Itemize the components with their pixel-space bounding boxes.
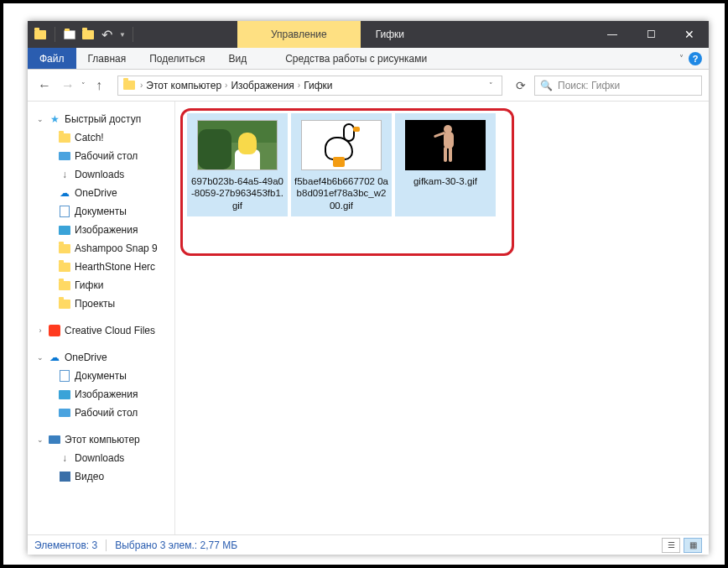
file-name: f5baef4b6b667702 0ab8d091ef78a3bc_w200.g…: [291, 174, 392, 216]
sidebar-item-od-pictures[interactable]: Изображения: [28, 385, 174, 404]
maximize-button[interactable]: ☐: [632, 21, 670, 48]
help-icon[interactable]: ?: [689, 52, 702, 65]
sidebar-item-desktop[interactable]: Рабочий стол: [28, 147, 174, 165]
video-icon: [58, 470, 71, 483]
sidebar-creative-cloud[interactable]: ›Creative Cloud Files: [28, 321, 174, 340]
minimize-button[interactable]: —: [593, 21, 632, 48]
sidebar-item-projects[interactable]: Проекты: [28, 294, 174, 313]
file-item[interactable]: gifkam-30-3.gif: [395, 113, 496, 216]
sidebar-item-ashampoo[interactable]: Ashampoo Snap 9: [28, 239, 174, 258]
sidebar-item-od-documents[interactable]: Документы: [28, 367, 174, 385]
tab-view[interactable]: Вид: [216, 48, 258, 69]
sidebar-item-hearthstone[interactable]: HearthStone Herc: [28, 258, 174, 276]
refresh-button[interactable]: ⟳: [511, 76, 531, 96]
folder-icon: [58, 279, 71, 292]
status-item-count: Элементов: 3: [34, 539, 97, 551]
breadcrumb[interactable]: › Этот компьютер › Изображения › Гифки ˅: [117, 76, 502, 96]
search-input[interactable]: 🔍 Поиск: Гифки: [534, 76, 702, 96]
history-dropdown-icon[interactable]: ˅: [81, 81, 86, 90]
navigation-bar: ← → ˅ ↑ › Этот компьютер › Изображения ›…: [28, 70, 709, 102]
chevron-right-icon[interactable]: ›: [294, 81, 304, 90]
titlebar: ↶ ▼ Управление Гифки — ☐ ✕: [28, 21, 709, 48]
file-name: gifkam-30-3.gif: [410, 174, 481, 192]
sidebar-item-gifki[interactable]: Гифки: [28, 276, 174, 294]
file-item[interactable]: f5baef4b6b667702 0ab8d091ef78a3bc_w200.g…: [291, 113, 392, 216]
explorer-window: ↶ ▼ Управление Гифки — ☐ ✕ Файл Главная …: [28, 21, 709, 555]
onedrive-icon: ☁: [48, 351, 61, 364]
sidebar-item-onedrive[interactable]: ☁OneDrive: [28, 184, 174, 202]
separator: [133, 27, 133, 42]
sidebar-item-pc-downloads[interactable]: ↓Downloads: [28, 449, 174, 467]
view-details-button[interactable]: ☰: [662, 538, 680, 553]
sidebar-onedrive[interactable]: ⌄☁OneDrive: [28, 348, 174, 367]
ribbon: Файл Главная Поделиться Вид Средства раб…: [28, 48, 709, 70]
chevron-right-icon[interactable]: ›: [221, 81, 231, 90]
sidebar-item-pc-video[interactable]: Видео: [28, 467, 174, 486]
new-folder-icon[interactable]: [81, 27, 96, 42]
back-button[interactable]: ←: [34, 76, 55, 96]
documents-icon: [58, 205, 71, 218]
thumbnail: [403, 117, 487, 174]
separator: [106, 539, 107, 551]
forward-button[interactable]: →: [58, 76, 78, 96]
file-tab[interactable]: Файл: [28, 48, 76, 69]
breadcrumb-dropdown-icon[interactable]: ˅: [484, 81, 498, 90]
properties-icon[interactable]: [62, 27, 77, 42]
folder-icon: [58, 242, 71, 255]
thumbnail: [195, 117, 279, 174]
pc-icon: [48, 433, 61, 446]
creative-cloud-icon: [48, 324, 61, 337]
close-button[interactable]: ✕: [670, 21, 709, 48]
status-selection: Выбрано 3 элем.: 2,77 МБ: [115, 539, 237, 551]
tab-share[interactable]: Поделиться: [138, 48, 216, 69]
desktop-icon: [58, 406, 71, 419]
search-placeholder: Поиск: Гифки: [558, 80, 620, 91]
up-button[interactable]: ↑: [89, 76, 109, 96]
sidebar-quick-access[interactable]: ⌄★Быстрый доступ: [28, 110, 174, 128]
desktop-icon: [58, 149, 71, 163]
tab-picture-tools[interactable]: Средства работы с рисунками: [273, 48, 439, 69]
downloads-icon: ↓: [58, 451, 71, 465]
sidebar-item-pictures[interactable]: Изображения: [28, 221, 174, 239]
qat-dropdown-icon[interactable]: ▼: [117, 31, 126, 39]
star-icon: ★: [48, 112, 61, 126]
breadcrumb-seg[interactable]: Гифки: [304, 80, 332, 91]
pictures-icon: [58, 388, 71, 401]
file-name: 697b023b-64a5-49a0-8059-27b963453fb1.gif: [187, 174, 288, 216]
folder-icon: [122, 81, 137, 90]
documents-icon: [58, 369, 71, 383]
view-thumbnails-button[interactable]: ▦: [684, 538, 702, 553]
file-item[interactable]: 697b023b-64a5-49a0-8059-27b963453fb1.gif: [187, 113, 288, 216]
status-bar: Элементов: 3 Выбрано 3 элем.: 2,77 МБ ☰ …: [28, 534, 709, 555]
sidebar-this-pc[interactable]: ⌄Этот компьютер: [28, 430, 174, 449]
breadcrumb-seg[interactable]: Изображения: [231, 80, 294, 91]
folder-icon: [58, 297, 71, 310]
thumbnail: [299, 117, 383, 174]
search-icon: 🔍: [540, 80, 553, 91]
undo-icon[interactable]: ↶: [99, 27, 114, 42]
context-tab-label: Управление: [237, 21, 361, 48]
onedrive-icon: ☁: [58, 186, 71, 200]
separator: [55, 27, 55, 42]
sidebar-item-downloads[interactable]: ↓Downloads: [28, 165, 174, 184]
file-list[interactable]: 697b023b-64a5-49a0-8059-27b963453fb1.gif…: [175, 102, 709, 534]
ribbon-expand-icon[interactable]: ˅: [679, 54, 684, 63]
sidebar-item-catch[interactable]: Catch!: [28, 128, 174, 147]
sidebar-item-documents[interactable]: Документы: [28, 202, 174, 221]
breadcrumb-seg[interactable]: Этот компьютер: [146, 80, 221, 91]
pictures-icon: [58, 223, 71, 237]
folder-icon: [58, 131, 71, 144]
folder-icon: [33, 27, 48, 42]
window-title: Гифки: [361, 21, 419, 48]
folder-icon: [58, 260, 71, 274]
navigation-pane: ⌄★Быстрый доступ Catch! Рабочий стол ↓Do…: [28, 102, 175, 534]
sidebar-item-od-desktop[interactable]: Рабочий стол: [28, 404, 174, 422]
chevron-right-icon[interactable]: ›: [137, 81, 146, 90]
downloads-icon: ↓: [58, 168, 71, 181]
tab-home[interactable]: Главная: [76, 48, 138, 69]
